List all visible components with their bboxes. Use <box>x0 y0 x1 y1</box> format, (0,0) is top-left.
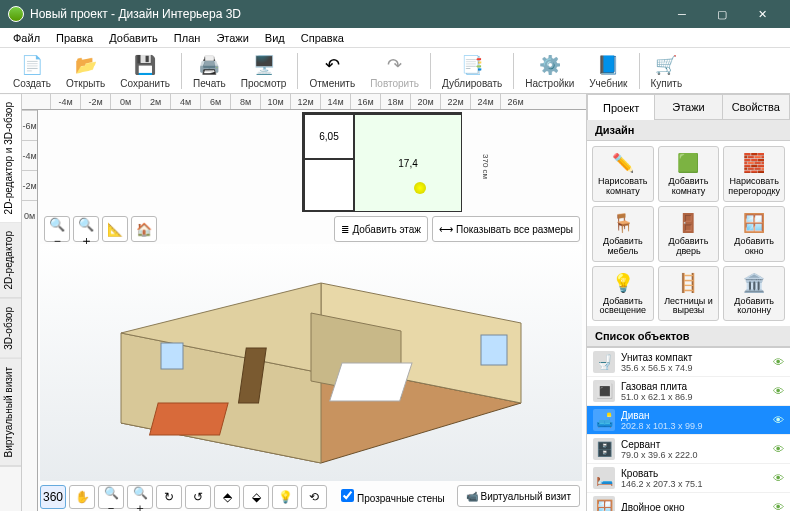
ruler-tick: 18м <box>380 94 410 109</box>
object-name: Газовая плита <box>621 381 767 392</box>
room-small[interactable]: 6,05 <box>304 114 354 159</box>
ruler-tick: 26м <box>500 94 530 109</box>
ruler-tick: 8м <box>230 94 260 109</box>
object-list-item[interactable]: 🔳Газовая плита51.0 x 62.1 x 86.9👁 <box>587 377 790 406</box>
transparent-walls-input[interactable] <box>341 489 354 502</box>
object-dimensions: 146.2 x 207.3 x 75.1 <box>621 479 767 489</box>
toolbar-button[interactable]: 📄Создать <box>6 51 58 91</box>
visibility-icon[interactable]: 👁 <box>773 472 784 484</box>
virtual-visit-button[interactable]: 📹 Виртуальный визит <box>457 485 580 507</box>
toolbar-button[interactable]: 📑Дублировать <box>435 51 509 91</box>
visibility-icon[interactable]: 👁 <box>773 443 784 455</box>
toolbar-button[interactable]: 📘Учебник <box>582 51 634 91</box>
zoom-out-3d-button[interactable]: 🔍－ <box>98 485 124 509</box>
toolbar-separator <box>430 53 431 89</box>
right-tab[interactable]: Этажи <box>655 94 722 120</box>
design-section-title: Дизайн <box>587 120 790 141</box>
menu-item[interactable]: План <box>167 30 208 46</box>
right-tab[interactable]: Проект <box>587 94 655 120</box>
toolbar-button[interactable]: 💾Сохранить <box>113 51 177 91</box>
toolbar-icon: 🛒 <box>654 53 678 77</box>
layers-icon: ≣ <box>341 224 349 235</box>
design-icon: 🏛️ <box>742 271 766 295</box>
toolbar-button[interactable]: ⚙️Настройки <box>518 51 581 91</box>
left-tab[interactable]: 2D-редактор и 3D-обзор <box>0 94 21 223</box>
left-tab[interactable]: Виртуальный визит <box>0 359 21 467</box>
ruler-tick: 4м <box>170 94 200 109</box>
design-button[interactable]: ✏️Нарисовать комнату <box>592 146 654 202</box>
zoom-in-button[interactable]: 🔍＋ <box>73 216 99 242</box>
floor-plan-2d[interactable]: 6,05 17,4 370 см <box>302 112 462 212</box>
pan-button[interactable]: ✋ <box>69 485 95 509</box>
canvas-3d[interactable] <box>40 244 582 481</box>
object-dimensions: 35.6 x 56.5 x 74.9 <box>621 363 767 373</box>
visibility-icon[interactable]: 👁 <box>773 385 784 397</box>
toolbar-icon: 🖨️ <box>197 53 221 77</box>
toolbar-button[interactable]: 📂Открыть <box>59 51 112 91</box>
measure-button[interactable]: 📐 <box>102 216 128 242</box>
ruler-tick: -4м <box>50 94 80 109</box>
zoom-in-3d-button[interactable]: 🔍＋ <box>127 485 153 509</box>
menu-item[interactable]: Файл <box>6 30 47 46</box>
design-button[interactable]: 🪟Добавить окно <box>723 206 785 262</box>
object-list-item[interactable]: 🚽Унитаз компакт35.6 x 56.5 x 74.9👁 <box>587 348 790 377</box>
tilt-down-button[interactable]: ⬙ <box>243 485 269 509</box>
show-dimensions-button[interactable]: ⟷Показывать все размеры <box>432 216 580 242</box>
toolbar-icon: ↷ <box>383 53 407 77</box>
visibility-icon[interactable]: 👁 <box>773 356 784 368</box>
transparent-walls-checkbox[interactable]: Прозрачные стены <box>341 489 444 504</box>
add-floor-button[interactable]: ≣Добавить этаж <box>334 216 428 242</box>
visibility-icon[interactable]: 👁 <box>773 501 784 511</box>
menu-item[interactable]: Правка <box>49 30 100 46</box>
canvas-area[interactable]: -4м-2м0м2м4м6м8м10м12м14м16м18м20м22м24м… <box>22 94 586 511</box>
toolbar-button[interactable]: 🖨️Печать <box>186 51 233 91</box>
menu-item[interactable]: Вид <box>258 30 292 46</box>
right-tab[interactable]: Свойства <box>723 94 790 120</box>
room-aux[interactable] <box>304 159 354 212</box>
design-button[interactable]: 🟩Добавить комнату <box>658 146 720 202</box>
toolbar-icon: 📑 <box>460 53 484 77</box>
home-button[interactable]: 🏠 <box>131 216 157 242</box>
menu-item[interactable]: Добавить <box>102 30 165 46</box>
right-panel-tabs: ПроектЭтажиСвойства <box>587 94 790 120</box>
ruler-tick: 2м <box>140 94 170 109</box>
view-360-button[interactable]: 360 <box>40 485 66 509</box>
light-button[interactable]: 💡 <box>272 485 298 509</box>
main-toolbar: 📄Создать📂Открыть💾Сохранить🖨️Печать🖥️Прос… <box>0 48 790 94</box>
maximize-button[interactable]: ▢ <box>702 0 742 28</box>
rotate-ccw-button[interactable]: ↺ <box>185 485 211 509</box>
close-button[interactable]: ✕ <box>742 0 782 28</box>
tilt-up-button[interactable]: ⬘ <box>214 485 240 509</box>
object-list-item[interactable]: 🪟Двойное окно👁 <box>587 493 790 511</box>
design-button[interactable]: 🏛️Добавить колонну <box>723 266 785 322</box>
design-button[interactable]: 🪑Добавить мебель <box>592 206 654 262</box>
reset-view-button[interactable]: ⟲ <box>301 485 327 509</box>
object-list-item[interactable]: 🗄️Сервант79.0 x 39.6 x 222.0👁 <box>587 435 790 464</box>
toolbar-button[interactable]: ↶Отменить <box>302 51 362 91</box>
object-list-item[interactable]: 🛏️Кровать146.2 x 207.3 x 75.1👁 <box>587 464 790 493</box>
left-tab[interactable]: 3D-обзор <box>0 299 21 359</box>
design-button[interactable]: 🧱Нарисовать перегородку <box>723 146 785 202</box>
design-button[interactable]: 🪜Лестницы и вырезы <box>658 266 720 322</box>
toolbar-button[interactable]: 🖥️Просмотр <box>234 51 294 91</box>
zoom-out-button[interactable]: 🔍－ <box>44 216 70 242</box>
camera-marker-icon[interactable] <box>414 182 426 194</box>
minimize-button[interactable]: ─ <box>662 0 702 28</box>
left-tab[interactable]: 2D-редактор <box>0 223 21 299</box>
design-button[interactable]: 💡Добавить освещение <box>592 266 654 322</box>
object-list[interactable]: 🚽Унитаз компакт35.6 x 56.5 x 74.9👁🔳Газов… <box>587 347 790 511</box>
design-icon: 🧱 <box>742 151 766 175</box>
zoom-toolbar-2d: 🔍－ 🔍＋ 📐 🏠 <box>44 216 157 242</box>
object-list-item[interactable]: 🛋️Диван202.8 x 101.3 x 99.9👁 <box>587 406 790 435</box>
window-title: Новый проект - Дизайн Интерьера 3D <box>30 7 662 21</box>
design-button[interactable]: 🚪Добавить дверь <box>658 206 720 262</box>
rotate-cw-button[interactable]: ↻ <box>156 485 182 509</box>
room-main[interactable]: 17,4 <box>354 114 462 212</box>
object-name: Сервант <box>621 439 767 450</box>
design-icon: 💡 <box>611 271 635 295</box>
toolbar-button[interactable]: 🛒Купить <box>644 51 690 91</box>
visibility-icon[interactable]: 👁 <box>773 414 784 426</box>
object-dimensions: 51.0 x 62.1 x 86.9 <box>621 392 767 402</box>
menu-item[interactable]: Справка <box>294 30 351 46</box>
menu-item[interactable]: Этажи <box>209 30 255 46</box>
